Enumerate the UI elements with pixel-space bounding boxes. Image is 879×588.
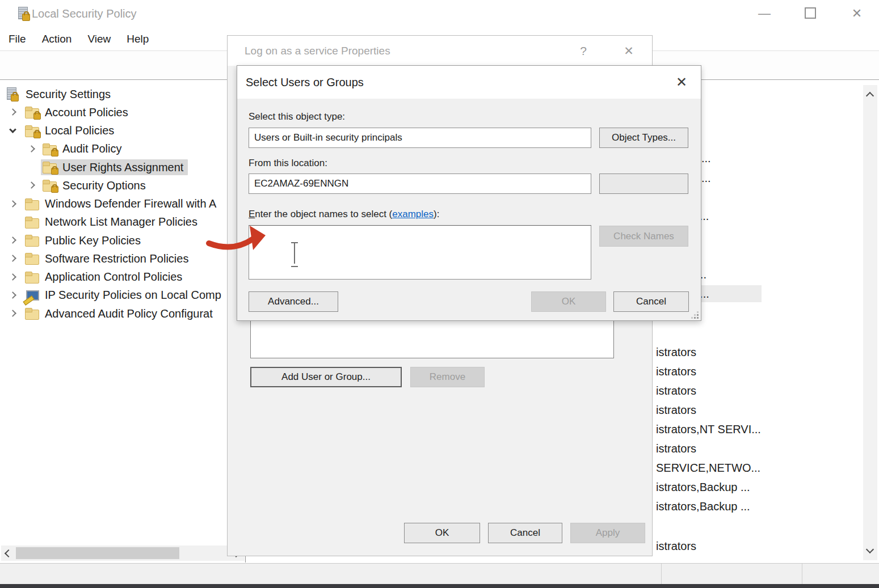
taskbar-edge <box>0 584 879 588</box>
object-types-button[interactable]: Object Types... <box>599 128 688 148</box>
remove-button[interactable]: Remove <box>410 367 485 387</box>
dialog-close-button[interactable]: ✕ <box>615 36 643 66</box>
chevron-right-icon[interactable] <box>28 145 35 153</box>
add-user-or-group-button[interactable]: Add User or Group... <box>250 367 402 387</box>
maximize-button[interactable] <box>797 0 823 27</box>
tree-item-content: Public Key Policies <box>23 232 145 248</box>
tree-item-label: Network List Manager Policies <box>45 215 197 229</box>
chevron-right-icon[interactable] <box>9 255 16 262</box>
advanced-button[interactable]: Advanced... <box>249 291 338 312</box>
chevron-right-icon[interactable] <box>9 273 16 281</box>
chevron-right-icon[interactable] <box>28 181 35 189</box>
location-label: From this location: <box>249 158 327 169</box>
chevron-right-icon[interactable] <box>9 236 16 244</box>
tree-item[interactable]: Windows Defender Firewall with A <box>0 195 245 213</box>
object-names-label: Enter the object names to select (exampl… <box>249 209 439 220</box>
status-bar <box>0 563 879 584</box>
policy-row-fragment[interactable]: istrators <box>653 382 700 399</box>
vertical-scrollbar[interactable] <box>863 85 877 560</box>
policy-row-fragment[interactable]: istrators <box>653 363 700 380</box>
policy-row-fragment[interactable]: istrators <box>653 538 700 555</box>
dialog-title-bar: Log on as a service Properties ? ✕ <box>228 36 652 66</box>
location-field[interactable]: EC2AMAZ-69ENNGN <box>249 174 591 194</box>
policy-row-fragment[interactable]: istrators,NT SERVI... <box>653 421 764 438</box>
tree-item-label: Advanced Audit Policy Configurat <box>45 307 213 320</box>
dialog-title-bar: Select Users or Groups ✕ <box>237 66 701 99</box>
locations-button[interactable] <box>599 174 688 194</box>
local-security-policy-window: Local Security Policy — ✕ File Action Vi… <box>0 0 879 588</box>
folder-icon <box>25 252 40 265</box>
scroll-down-icon[interactable] <box>866 545 874 553</box>
tree-item[interactable]: Security Settings <box>0 85 245 103</box>
tree-item[interactable]: Security Options <box>0 176 245 194</box>
maximize-icon <box>805 7 816 19</box>
policy-row-fragment[interactable]: istrators <box>653 401 700 418</box>
object-type-field[interactable]: Users or Built-in security principals <box>249 128 591 148</box>
close-button[interactable]: ✕ <box>844 0 870 27</box>
console-icon <box>6 87 20 101</box>
tree-item[interactable]: Account Policies <box>0 103 245 121</box>
cancel-button[interactable]: Cancel <box>613 291 689 312</box>
assigned-users-listbox[interactable] <box>250 317 614 358</box>
folder-icon <box>25 307 40 320</box>
dialog-title: Log on as a service Properties <box>245 36 390 66</box>
chevron-right-icon[interactable] <box>9 200 16 208</box>
chevron-down-icon[interactable] <box>9 126 16 133</box>
folder-icon <box>25 270 40 284</box>
ok-button[interactable]: OK <box>531 291 606 312</box>
chevron-right-icon[interactable] <box>9 108 16 116</box>
menu-file[interactable]: File <box>9 33 26 45</box>
tree-item-content: Network List Manager Policies <box>23 214 202 230</box>
tree-item-content: IP Security Policies on Local Comp <box>23 287 226 303</box>
policy-row-fragment[interactable]: istrators <box>653 440 700 457</box>
policy-row-fragment[interactable]: istrators,Backup ... <box>653 479 754 496</box>
apply-button[interactable]: Apply <box>570 523 645 543</box>
examples-link[interactable]: examples <box>392 209 434 219</box>
label-text: nter the object names to select ( <box>255 209 392 219</box>
dialog-close-button[interactable]: ✕ <box>667 66 696 99</box>
annotation-arrow-icon <box>204 223 272 258</box>
menu-view[interactable]: View <box>87 33 111 45</box>
minimize-button[interactable]: — <box>751 0 777 27</box>
tree-item-label: Application Control Policies <box>45 270 182 284</box>
chevron-right-icon[interactable] <box>9 291 16 299</box>
tree-item[interactable]: Application Control Policies <box>0 268 245 286</box>
tree-item-content: Windows Defender Firewall with A <box>23 196 221 212</box>
folder-icon <box>25 197 40 211</box>
scrollbar-thumb[interactable] <box>16 547 179 559</box>
tree-item[interactable]: User Rights Assignment <box>0 158 245 176</box>
menu-help[interactable]: Help <box>127 33 149 45</box>
tree-item[interactable]: Audit Policy <box>0 140 245 158</box>
check-names-button[interactable]: Check Names <box>599 226 688 247</box>
tree-item-content: Security Settings <box>4 86 115 102</box>
menu-action[interactable]: Action <box>42 33 72 45</box>
tree-item-label: User Rights Assignment <box>62 161 183 174</box>
scroll-left-icon[interactable] <box>5 549 12 557</box>
policy-row-fragment[interactable]: SERVICE,NETWO... <box>653 459 764 476</box>
object-names-input[interactable] <box>249 225 591 280</box>
tree-item[interactable]: Local Policies <box>0 122 245 140</box>
dialog-help-button[interactable]: ? <box>569 36 598 66</box>
tree-item[interactable]: IP Security Policies on Local Comp <box>0 286 245 304</box>
access-key: E <box>249 209 255 219</box>
folder-icon <box>25 234 40 247</box>
tree-item-content: User Rights Assignment <box>41 159 188 175</box>
tree-horizontal-scrollbar[interactable] <box>1 545 245 561</box>
folder-lock-icon <box>25 105 40 119</box>
cancel-button[interactable]: Cancel <box>488 523 562 543</box>
policy-row-fragment[interactable]: istrators,Backup ... <box>653 498 754 515</box>
resize-grip[interactable] <box>691 311 699 319</box>
status-separator <box>802 564 802 585</box>
text-cursor-icon <box>290 242 299 265</box>
tree-item-label: Public Key Policies <box>45 234 141 247</box>
scroll-up-icon[interactable] <box>866 92 874 100</box>
tree-item-label: Audit Policy <box>62 142 122 155</box>
policy-row-fragment[interactable]: istrators <box>653 344 700 361</box>
console-tree-panel: Security SettingsAccount PoliciesLocal P… <box>0 83 246 562</box>
folder-lock-icon <box>25 124 40 138</box>
tree-item-content: Audit Policy <box>41 141 127 157</box>
ok-button[interactable]: OK <box>404 523 480 543</box>
tree-item[interactable]: Advanced Audit Policy Configurat <box>0 304 245 323</box>
chevron-right-icon[interactable] <box>9 310 16 317</box>
folder-lock-icon <box>43 160 57 174</box>
